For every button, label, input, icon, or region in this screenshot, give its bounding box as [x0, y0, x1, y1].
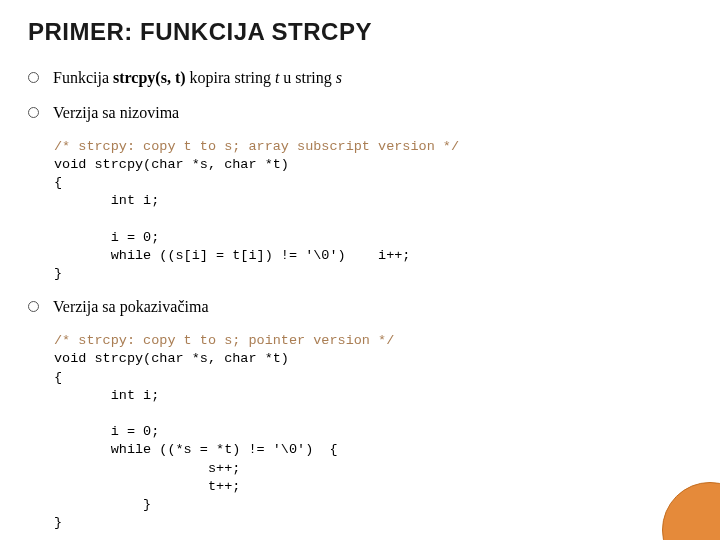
bullet-2: Verzija sa nizovima: [28, 103, 692, 124]
code-block-1: /* strcpy: copy t to s; array subscript …: [54, 138, 692, 284]
bullet-2-text: Verzija sa nizovima: [53, 103, 179, 124]
code1-body: void strcpy(char *s, char *t) { int i; i…: [54, 157, 410, 281]
b1-bold: strcpy(s, t): [113, 69, 186, 86]
bullet-3: Verzija sa pokazivačima: [28, 297, 692, 318]
bullet-icon: [28, 72, 39, 83]
bullet-icon: [28, 301, 39, 312]
b1-mid: kopira string: [186, 69, 275, 86]
code1-comment: /* strcpy: copy t to s; array subscript …: [54, 139, 459, 154]
b1-mid2: u string: [279, 69, 335, 86]
slide: PRIMER: FUNKCIJA STRCPY Funkcija strcpy(…: [0, 0, 720, 540]
bullet-1: Funkcija strcpy(s, t) kopira string t u …: [28, 68, 692, 89]
b1-prefix: Funkcija: [53, 69, 113, 86]
bullet-3-text: Verzija sa pokazivačima: [53, 297, 208, 318]
code-block-2: /* strcpy: copy t to s; pointer version …: [54, 332, 692, 532]
bullet-icon: [28, 107, 39, 118]
code2-body: void strcpy(char *s, char *t) { int i; i…: [54, 351, 338, 530]
b1-ital2: s: [336, 69, 342, 86]
bullet-1-text: Funkcija strcpy(s, t) kopira string t u …: [53, 68, 342, 89]
slide-title: PRIMER: FUNKCIJA STRCPY: [28, 18, 692, 46]
code2-comment: /* strcpy: copy t to s; pointer version …: [54, 333, 394, 348]
